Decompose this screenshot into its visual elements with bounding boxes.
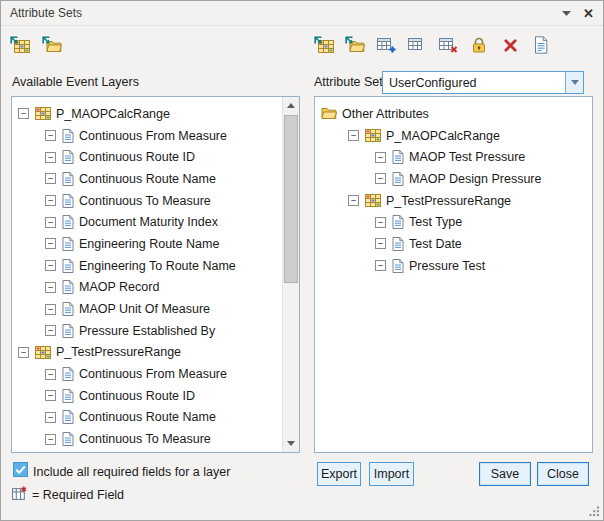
- collapse-minus-icon[interactable]: −: [45, 369, 56, 380]
- report-icon[interactable]: [531, 35, 551, 55]
- collapse-minus-icon[interactable]: −: [45, 152, 56, 163]
- close-icon[interactable]: ✕: [583, 7, 594, 20]
- tree-item[interactable]: Other Attributes: [315, 103, 592, 125]
- tree-item-label: Pressure Test: [409, 259, 485, 273]
- collapse-minus-icon[interactable]: −: [45, 217, 56, 228]
- include-required-checkbox[interactable]: [13, 462, 28, 477]
- collapse-minus-icon[interactable]: −: [45, 282, 56, 293]
- tree-item[interactable]: −Pressure Test: [315, 255, 592, 277]
- collapse-minus-icon[interactable]: −: [18, 108, 29, 119]
- collapse-minus-icon[interactable]: −: [18, 347, 29, 358]
- document-icon: [62, 237, 74, 251]
- tree-item[interactable]: −Continuous To Measure: [12, 190, 282, 212]
- tree-item-label: Continuous From Measure: [79, 367, 227, 381]
- document-icon: [62, 150, 74, 164]
- lock-icon[interactable]: [469, 35, 489, 55]
- document-icon: [62, 302, 74, 316]
- available-layers-panel: −P_MAOPCalcRange−Continuous From Measure…: [11, 96, 300, 453]
- scroll-down-icon[interactable]: [283, 435, 299, 452]
- chevron-down-icon[interactable]: [565, 72, 583, 93]
- tree-item[interactable]: −Continuous To Measure: [12, 428, 282, 450]
- tree-item[interactable]: −Test Type: [315, 211, 592, 233]
- collapse-minus-icon[interactable]: −: [348, 195, 359, 206]
- tree-item[interactable]: −Continuous From Measure: [12, 363, 282, 385]
- window-menu-icon[interactable]: [562, 11, 571, 16]
- tree-item[interactable]: −MAOP Record: [12, 277, 282, 299]
- tree-item[interactable]: −Continuous Route ID: [12, 146, 282, 168]
- collapse-minus-icon[interactable]: −: [45, 304, 56, 315]
- titlebar[interactable]: Attribute Sets ✕: [1, 1, 603, 26]
- tree-item[interactable]: −Test Date: [315, 233, 592, 255]
- scrollbar-thumb[interactable]: [284, 115, 298, 283]
- attribute-set-value: UserConfigured: [383, 76, 565, 90]
- tree-item[interactable]: −Document Maturity Index: [12, 211, 282, 233]
- tree-item-label: Continuous To Measure: [79, 194, 211, 208]
- tree-item-label: Test Type: [409, 215, 462, 229]
- add-event-layer-icon[interactable]: [10, 35, 30, 55]
- available-layers-label: Available Event Layers: [12, 75, 139, 89]
- collapse-minus-icon[interactable]: −: [45, 130, 56, 141]
- tree-item-label: Other Attributes: [342, 107, 429, 121]
- document-icon: [392, 215, 404, 229]
- save-button[interactable]: Save: [479, 462, 531, 486]
- tree-item-label: MAOP Unit Of Measure: [79, 302, 210, 316]
- tree-item[interactable]: −Continuous Route Name: [12, 168, 282, 190]
- titlebar-controls: ✕: [562, 7, 594, 20]
- tree-item[interactable]: −P_MAOPCalcRange: [12, 103, 282, 125]
- event-layer-icon: [365, 194, 381, 207]
- event-layer-icon: [365, 129, 381, 142]
- vertical-scrollbar[interactable]: [282, 97, 299, 452]
- tree-item[interactable]: −MAOP Test Pressure: [315, 146, 592, 168]
- add-group-folder-icon[interactable]: [345, 35, 365, 55]
- document-icon: [62, 280, 74, 294]
- resize-grip[interactable]: [588, 505, 600, 517]
- tree-item[interactable]: −MAOP Design Pressure: [315, 168, 592, 190]
- document-icon: [62, 172, 74, 186]
- collapse-minus-icon[interactable]: −: [45, 390, 56, 401]
- tree-item[interactable]: −MAOP Unit Of Measure: [12, 298, 282, 320]
- import-button[interactable]: Import: [369, 462, 414, 486]
- collapse-minus-icon[interactable]: −: [45, 238, 56, 249]
- tree-item[interactable]: −Continuous From Measure: [12, 125, 282, 147]
- collapse-minus-icon[interactable]: −: [45, 325, 56, 336]
- remove-attribute-table-icon[interactable]: [438, 35, 458, 55]
- tree-item[interactable]: −Engineering To Route Name: [12, 255, 282, 277]
- tree-item[interactable]: −Engineering Route Name: [12, 233, 282, 255]
- collapse-minus-icon[interactable]: −: [45, 195, 56, 206]
- scroll-up-icon[interactable]: [283, 97, 299, 114]
- collapse-minus-icon[interactable]: −: [45, 173, 56, 184]
- collapse-minus-icon[interactable]: −: [45, 412, 56, 423]
- collapse-minus-icon[interactable]: −: [375, 152, 386, 163]
- collapse-minus-icon[interactable]: −: [45, 434, 56, 445]
- collapse-minus-icon[interactable]: −: [375, 217, 386, 228]
- include-required-label: Include all required fields for a layer: [33, 465, 230, 479]
- collapse-minus-icon[interactable]: −: [375, 173, 386, 184]
- collapse-minus-icon[interactable]: −: [45, 260, 56, 271]
- add-attribute-table-icon[interactable]: [376, 35, 396, 55]
- collapse-minus-icon[interactable]: −: [375, 238, 386, 249]
- document-icon: [62, 367, 74, 381]
- export-button[interactable]: Export: [317, 462, 361, 486]
- document-icon: [392, 150, 404, 164]
- tree-item[interactable]: −P_TestPressureRange: [315, 190, 592, 212]
- toolbar-left-group: [10, 35, 62, 55]
- tree-item[interactable]: −Pressure Established By: [12, 320, 282, 342]
- add-event-layer-icon[interactable]: [314, 35, 334, 55]
- document-icon: [62, 432, 74, 446]
- add-group-folder-icon[interactable]: [42, 35, 62, 55]
- close-button[interactable]: Close: [537, 462, 589, 486]
- tree-item[interactable]: −P_TestPressureRange: [12, 342, 282, 364]
- attribute-set-dropdown[interactable]: UserConfigured: [382, 71, 584, 94]
- document-icon: [62, 324, 74, 338]
- tree-item[interactable]: −Continuous Route Name: [12, 407, 282, 429]
- tree-item-label: P_TestPressureRange: [386, 194, 511, 208]
- tree-item[interactable]: −Continuous Route ID: [12, 385, 282, 407]
- tree-item[interactable]: −P_MAOPCalcRange: [315, 125, 592, 147]
- attribute-table-icon[interactable]: [407, 35, 427, 55]
- tree-item-label: Continuous Route ID: [79, 389, 195, 403]
- collapse-minus-icon[interactable]: −: [375, 260, 386, 271]
- delete-icon[interactable]: [500, 35, 520, 55]
- tree-item-label: P_MAOPCalcRange: [386, 129, 500, 143]
- collapse-minus-icon[interactable]: −: [348, 130, 359, 141]
- tree-item-label: Continuous From Measure: [79, 129, 227, 143]
